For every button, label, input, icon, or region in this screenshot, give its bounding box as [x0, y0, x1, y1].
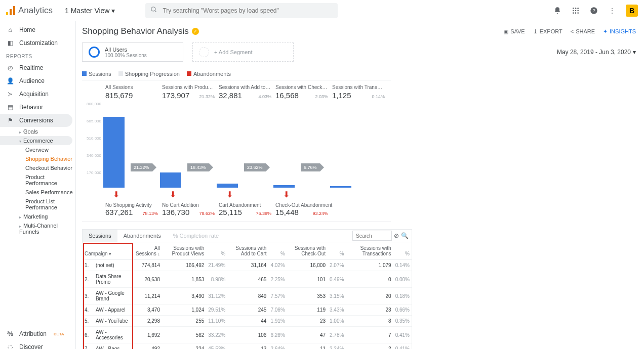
table-row[interactable]: 3. AW - Google Brand 11,214 3,490 31.12%…: [83, 288, 412, 304]
view-selector[interactable]: 1 Master View ▾: [65, 7, 115, 15]
nav-behavior[interactable]: ▤Behavior: [0, 101, 75, 114]
account-avatar[interactable]: B: [626, 5, 638, 17]
cell-transactions: 20: [346, 288, 393, 304]
col-product-views[interactable]: Sessions with Product Views: [162, 242, 206, 260]
dropoff-pct: 78.62%: [199, 211, 215, 216]
progression-arrow: 18.43%: [187, 163, 209, 171]
insights-button[interactable]: ✦INSIGHTS: [603, 28, 636, 35]
legend-sessions: Sessions: [82, 71, 111, 77]
dropoff-stage: ⬇ No Cart Addition 136,73078.62%: [160, 190, 217, 216]
table-row[interactable]: 6. AW - Accessories 1,692 562 33.22% 106…: [83, 327, 412, 343]
nav-customization[interactable]: ◧Customization: [0, 36, 75, 50]
funnel-bar[interactable]: [103, 117, 125, 188]
caret-right-icon: ▸: [19, 224, 21, 229]
col-all-sessions[interactable]: All Sessions ↓: [133, 242, 162, 260]
funnel-stage[interactable]: Sessions with Add to Cart 32,8814.03%: [217, 84, 273, 100]
dropoff-pct: 93.24%: [312, 211, 328, 216]
funnel-stage[interactable]: Sessions with Product Vie... 173,90721.3…: [160, 84, 217, 100]
add-segment-button[interactable]: + Add Segment: [192, 42, 294, 62]
stage-pct: 21.32%: [199, 94, 215, 99]
nav-ecom-sales-performance[interactable]: Sales Performance: [25, 188, 75, 197]
funnel-bar[interactable]: [330, 186, 351, 188]
row-index: 4.: [83, 304, 94, 316]
search-input[interactable]: [163, 7, 333, 14]
nav-multi-channel[interactable]: ▸Multi-Channel Funnels: [19, 221, 75, 236]
nav-ecom-overview[interactable]: Overview: [25, 145, 75, 154]
segments-row: All Users 100.00% Sessions + Add Segment…: [82, 42, 636, 62]
nav-realtime[interactable]: ◴Realtime: [0, 61, 75, 74]
col-campaign[interactable]: Campaign ▾: [83, 242, 133, 260]
table-row[interactable]: 1. (not set) 774,814 166,492 21.49% 31,1…: [83, 260, 412, 271]
nav-acquisition[interactable]: ≻Acquisition: [0, 88, 75, 101]
col-pct[interactable]: %: [393, 242, 412, 260]
table-row[interactable]: 7. AW - Bags 492 224 45.53% 13 2.64% 11 …: [83, 343, 412, 350]
col-pct[interactable]: %: [206, 242, 227, 260]
nav-ecommerce[interactable]: ▾Ecommerce: [0, 136, 72, 145]
cell-product-views: 1,853: [162, 271, 206, 288]
progression-arrow: 21.32%: [131, 163, 152, 171]
export-button[interactable]: ⤓EXPORT: [533, 28, 562, 35]
col-transactions[interactable]: Sessions with Transactions: [346, 242, 393, 260]
tab-completion-rate[interactable]: % Completion rate: [167, 230, 225, 242]
nav-conversions[interactable]: ⚑Conversions: [0, 114, 72, 127]
table-row[interactable]: 5. AW - YouTube 2,298 255 11.10% 44 1.91…: [83, 316, 412, 327]
cell-add-to-cart: 849: [227, 288, 268, 304]
nav-ecom-shopping-behavior[interactable]: Shopping Behavior: [25, 154, 75, 163]
action-label: INSIGHTS: [610, 28, 636, 34]
cell-tx-pct: 0.18%: [393, 288, 412, 304]
clear-icon[interactable]: ⊘: [394, 232, 399, 239]
funnel-bar[interactable]: [217, 184, 238, 188]
col-check-out[interactable]: Sessions with Check-Out: [287, 242, 328, 260]
nav-marketing[interactable]: ▸Marketing: [19, 212, 75, 221]
col-add-to-cart[interactable]: Sessions with Add to Cart: [227, 242, 268, 260]
nav-ecom-product-performance[interactable]: Product Performance: [25, 172, 75, 188]
funnel-bar[interactable]: [273, 185, 295, 188]
table-row[interactable]: 4. AW - Apparel 3,470 1,024 29.51% 245 7…: [83, 304, 412, 316]
search-container[interactable]: [145, 3, 338, 18]
funnel-bar[interactable]: [160, 172, 181, 188]
col-pct[interactable]: %: [328, 242, 346, 260]
nav-ecom-checkout-behavior[interactable]: Checkout Behavior: [25, 163, 75, 172]
tab-abandonments[interactable]: Abandonments: [117, 230, 167, 242]
cell-tx-pct: 0.66%: [393, 304, 412, 316]
funnel-stage[interactable]: All Sessions 815,679: [103, 84, 160, 100]
funnel-bar-col: 21.32%: [103, 102, 160, 188]
funnel-stage[interactable]: Sessions with Check-Out 16,5682.03%: [273, 84, 330, 100]
segment-detail: 100.00% Sessions: [105, 53, 147, 58]
share-button[interactable]: <SHARE: [571, 28, 595, 34]
funnel-stage[interactable]: Sessions with Transactions 1,1250.14%: [330, 84, 387, 100]
more-vert-icon[interactable]: ⋮: [608, 6, 617, 15]
cell-all-sessions: 11,214: [133, 288, 162, 304]
nav-discover[interactable]: ◌Discover: [0, 340, 75, 349]
funnel-bar-col: 18.43%: [160, 102, 217, 188]
help-icon[interactable]: ?: [589, 6, 598, 15]
bulb-icon: ◌: [6, 343, 14, 349]
cell-pv-pct: 33.22%: [206, 327, 227, 343]
apps-icon[interactable]: [571, 6, 580, 15]
cell-check-out: 16,000: [287, 260, 328, 271]
funnel-bar-col: [330, 102, 387, 188]
date-range-picker[interactable]: May 28, 2019 - Jun 3, 2020 ▾: [557, 49, 636, 56]
progression-arrow: 6.76%: [301, 163, 320, 171]
search-icon[interactable]: 🔍: [401, 232, 409, 239]
tab-sessions[interactable]: Sessions: [83, 230, 117, 242]
save-button[interactable]: ▣SAVE: [503, 28, 525, 35]
table-row[interactable]: 2. Data Share Promo 20,638 1,853 8.98% 4…: [83, 271, 412, 288]
segment-all-users[interactable]: All Users 100.00% Sessions: [82, 42, 183, 62]
table-search-input[interactable]: [352, 231, 392, 241]
svg-point-6: [575, 8, 577, 9]
notifications-icon[interactable]: [553, 6, 562, 15]
nav-attribution[interactable]: ℁AttributionBETA: [0, 327, 75, 340]
dropoff-stage: ⬇ No Shopping Activity 637,26178.13%: [103, 190, 160, 216]
nav-audience[interactable]: 👤Audience: [0, 74, 75, 88]
nav-ecom-product-list-performance[interactable]: Product List Performance: [25, 197, 75, 212]
dropoff-stage: ⬇ Cart Abandonment 25,11576.38%: [217, 190, 273, 216]
nav-label: Behavior: [19, 104, 43, 111]
col-pct[interactable]: %: [268, 242, 287, 260]
beta-badge: BETA: [54, 332, 64, 336]
share-icon: <: [571, 28, 574, 34]
nav-home[interactable]: ⌂Home: [0, 23, 75, 36]
dropoff-arrow-icon: ⬇: [219, 190, 240, 199]
nav-label: Marketing: [23, 213, 48, 220]
nav-goals[interactable]: ▸Goals: [19, 127, 75, 136]
